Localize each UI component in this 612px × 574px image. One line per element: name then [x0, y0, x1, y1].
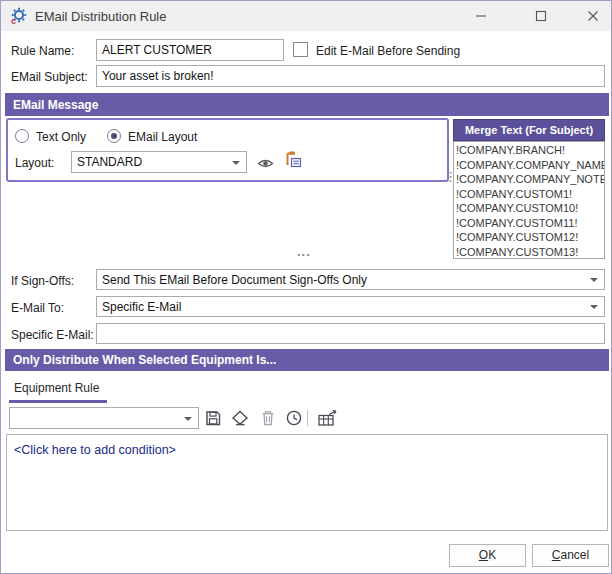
email-to-value: Specific E-Mail [102, 300, 181, 314]
merge-item[interactable]: !COMPANY.CUSTOM1! [454, 187, 604, 202]
toolbar-separator [307, 410, 308, 426]
apply-grid-rule-button[interactable] [315, 408, 341, 428]
email-layout-radio-label[interactable]: EMail Layout [128, 130, 197, 144]
layout-label: Layout: [15, 156, 54, 170]
preview-layout-button[interactable] [254, 153, 276, 173]
if-sign-offs-combo[interactable]: Send This EMail Before Document Sign-Off… [96, 269, 605, 290]
window-title: EMail Distribution Rule [35, 9, 167, 24]
tab-underline [9, 400, 107, 403]
chevron-down-icon [590, 278, 598, 282]
condition-area: <Click here to add condition> [6, 434, 608, 531]
tab-equipment-rule[interactable]: Equipment Rule [14, 381, 99, 395]
if-sign-offs-label: If Sign-Offs: [11, 274, 74, 288]
titlebar[interactable]: c EMail Distribution Rule [1, 1, 611, 31]
merge-item[interactable]: !COMPANY.CUSTOM10! [454, 201, 604, 216]
edit-email-checkbox-label[interactable]: Edit E-Mail Before Sending [316, 44, 460, 58]
merge-item[interactable]: !COMPANY.COMPANY_NOTE [454, 172, 604, 187]
chevron-down-icon [590, 305, 598, 309]
eraser-icon [230, 409, 250, 427]
close-button[interactable] [573, 1, 612, 31]
grid-arrow-icon [316, 409, 340, 427]
app-gear-icon: c [9, 6, 29, 26]
vertical-splitter-grip[interactable]: ⋮ [444, 173, 457, 180]
email-to-combo[interactable]: Specific E-Mail [96, 296, 605, 317]
merge-text-header: Merge Text (For Subject) [453, 119, 605, 141]
clipboard-paste-icon [284, 150, 302, 168]
horizontal-splitter-grip[interactable]: ... [297, 244, 311, 259]
layout-combo[interactable]: STANDARD [71, 151, 247, 173]
specific-email-input[interactable] [96, 323, 605, 344]
trash-icon [259, 409, 277, 427]
add-condition-link[interactable]: <Click here to add condition> [14, 443, 176, 457]
rule-history-button[interactable] [283, 408, 305, 428]
merge-item[interactable]: !COMPANY.CUSTOM12! [454, 230, 604, 245]
save-icon [204, 409, 222, 427]
saved-rule-combo[interactable] [9, 407, 199, 429]
email-message-header: EMail Message [5, 93, 609, 116]
paste-layout-button[interactable] [282, 149, 304, 169]
email-to-label: E-Mail To: [11, 301, 64, 315]
chevron-down-icon [232, 161, 240, 165]
merge-text-list[interactable]: !COMPANY.BRANCH!!COMPANY.COMPANY_NAME!CO… [453, 141, 605, 259]
svg-text:c: c [11, 16, 16, 26]
merge-item[interactable]: !COMPANY.COMPANY_NAME [454, 158, 604, 173]
clock-icon [285, 409, 303, 427]
edit-email-checkbox[interactable] [293, 42, 308, 57]
save-rule-button[interactable] [202, 408, 224, 428]
merge-item[interactable]: !COMPANY.CUSTOM11! [454, 216, 604, 231]
email-subject-input[interactable]: Your asset is broken! [96, 65, 605, 87]
rule-name-label: Rule Name: [11, 44, 74, 58]
delete-rule-button[interactable] [257, 408, 279, 428]
maximize-button[interactable] [521, 1, 561, 31]
email-layout-radio[interactable] [107, 129, 121, 143]
cancel-button[interactable]: Cancel [532, 544, 609, 567]
email-distribution-rule-dialog: c EMail Distribution Rule Rule Name: ALE… [0, 0, 612, 574]
ok-button[interactable]: OK [449, 544, 526, 567]
text-only-radio-label[interactable]: Text Only [36, 130, 86, 144]
rule-name-input[interactable]: ALERT CUSTOMER [96, 39, 284, 61]
merge-item[interactable]: !COMPANY.BRANCH! [454, 143, 604, 158]
eye-icon [257, 157, 274, 170]
if-sign-offs-value: Send This EMail Before Document Sign-Off… [102, 273, 367, 287]
minimize-button[interactable] [461, 1, 501, 31]
specific-email-label: Specific E-Mail: [11, 328, 94, 342]
text-only-radio[interactable] [15, 129, 29, 143]
email-subject-label: EMail Subject: [11, 70, 88, 84]
equipment-section-header: Only Distribute When Selected Equipment … [5, 349, 609, 371]
layout-combo-value: STANDARD [77, 155, 142, 169]
chevron-down-icon [184, 417, 192, 421]
clear-rule-button[interactable] [229, 408, 251, 428]
merge-item[interactable]: !COMPANY.CUSTOM13! [454, 245, 604, 260]
layout-groupbox: Text Only EMail Layout Layout: STANDARD [6, 118, 449, 182]
